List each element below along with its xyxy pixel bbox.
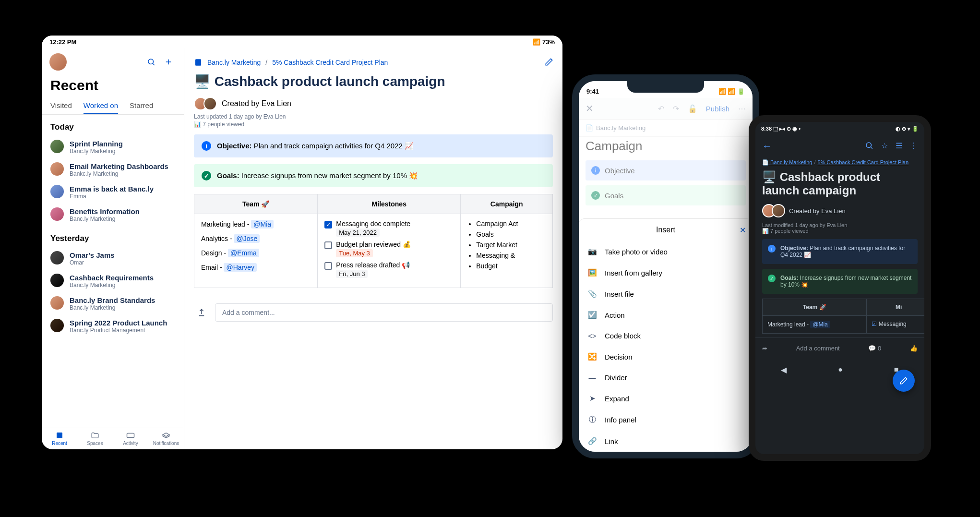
list-item[interactable]: Cashback RequirementsBanc.ly Marketing: [42, 270, 184, 292]
item-avatar: [50, 140, 64, 153]
item-title: Spring 2022 Product Launch: [70, 319, 167, 327]
viewed-meta: 📊 7 people viewed: [194, 121, 553, 128]
bottom-nav: Recent Spaces Activity Notifications: [42, 428, 184, 449]
mention[interactable]: @Mia: [251, 220, 274, 228]
milestone-item[interactable]: Press release drafted 📢Fri, Jun 3: [324, 261, 454, 278]
checkbox-icon[interactable]: [324, 262, 332, 270]
list-item[interactable]: Banc.ly Brand StandardsBanc.ly Marketing: [42, 292, 184, 315]
insert-option[interactable]: 🖼️Insert from gallery: [579, 262, 753, 283]
mention[interactable]: @Emma: [228, 249, 259, 257]
checkbox-icon[interactable]: ✓: [324, 221, 332, 228]
milestone-item[interactable]: ✓Messaging doc completeMay 21, 2022: [324, 220, 454, 237]
updated-meta: Last updated 1 day ago by Eva Lien: [194, 113, 553, 120]
team-cell: Marketing lead - @Mia: [763, 316, 867, 334]
editor-title[interactable]: Campaign: [579, 137, 753, 160]
insert-option[interactable]: 📷Take photo or video: [579, 241, 753, 262]
breadcrumb[interactable]: 📄 Banc.ly Marketing/5% Cashback Credit C…: [755, 156, 924, 168]
checkbox-icon[interactable]: [324, 241, 332, 249]
sidebar-tabs: Visited Worked on Starred: [42, 97, 184, 115]
item-title: Email Marketing Dashboards: [70, 162, 168, 170]
publish-button[interactable]: Publish: [706, 105, 729, 113]
list-item[interactable]: Email Marketing DashboardsBankc.ly Marke…: [42, 158, 184, 181]
th-milestones: Mi: [867, 299, 931, 316]
insert-option[interactable]: ➤Expand: [579, 388, 753, 409]
nav-home[interactable]: ●: [838, 365, 843, 374]
page-authors: Created by Eva Lien: [194, 97, 553, 110]
insert-option[interactable]: 🔀Decision: [579, 346, 753, 367]
edit-icon[interactable]: [541, 54, 557, 70]
item-avatar: [50, 274, 64, 287]
phone-ios: 9:41📶 📶 🔋 ✕ ↶ ↷ 🔓 Publish ⋯ 📄 Banc.ly Ma…: [572, 74, 759, 458]
objective-panel: iObjective: [586, 160, 746, 180]
breadcrumb-page[interactable]: 5% Cashback Credit Card Project Plan: [272, 59, 388, 66]
lock-icon[interactable]: 🔓: [688, 104, 697, 113]
mention[interactable]: @Jose: [234, 234, 260, 243]
add-icon[interactable]: [161, 54, 176, 70]
list-item[interactable]: Omar's JamsOmar: [42, 247, 184, 270]
insert-option[interactable]: 🔗Link: [579, 431, 753, 452]
share-icon[interactable]: ➦: [762, 345, 767, 352]
insert-option[interactable]: <>Code block: [579, 325, 753, 346]
nav-recent[interactable]: Recent: [42, 431, 77, 446]
tab-visited[interactable]: Visited: [50, 97, 72, 114]
th-team: Team 🚀: [194, 194, 318, 214]
like-icon[interactable]: 👍: [910, 345, 918, 352]
nav-notifications[interactable]: Notifications: [148, 431, 184, 446]
mention[interactable]: @Harvey: [224, 263, 257, 272]
list-item[interactable]: Sprint PlanningBanc.ly Marketing: [42, 136, 184, 158]
insert-sheet: Insert✕ 📷Take photo or video🖼️Insert fro…: [579, 218, 753, 452]
recent-list: TodaySprint PlanningBanc.ly MarketingEma…: [42, 115, 184, 428]
list-item[interactable]: Benefits InformationBanc.ly Marketing: [42, 204, 184, 226]
search-icon[interactable]: [143, 54, 159, 70]
phone-android: 8:38 ⬚ ▸◂ ⊙ ◉ •◐ ⊖ ▾ 🔋 ← ☆ ☰ ⋮ 📄 Banc.ly…: [749, 115, 931, 461]
milestone-item[interactable]: Budget plan reviewed 💰Tue, May 3: [324, 240, 454, 257]
share-icon[interactable]: [194, 305, 209, 320]
team-cell: Marketing lead - @MiaAnalytics - @JoseDe…: [194, 214, 318, 288]
tablet-statusbar: 12:22 PM 📶 73%: [42, 36, 562, 48]
back-icon[interactable]: ←: [762, 141, 772, 152]
redo-icon[interactable]: ↷: [673, 104, 679, 113]
search-icon[interactable]: [865, 141, 873, 152]
sidebar: Recent Visited Worked on Starred TodaySp…: [42, 48, 184, 449]
comment-input[interactable]: Add a comment...: [215, 303, 553, 322]
breadcrumb: Banc.ly Marketing / 5% Cashback Credit C…: [194, 58, 553, 67]
author-avatar: [203, 97, 217, 110]
page-main: Banc.ly Marketing / 5% Cashback Credit C…: [184, 48, 562, 449]
comment-input[interactable]: Add a comment: [796, 345, 840, 352]
item-subtitle: Banc.ly Product Management: [70, 327, 167, 334]
nav-spaces[interactable]: Spaces: [77, 431, 113, 446]
list-item[interactable]: Emma is back at Banc.lyEmma: [42, 181, 184, 204]
insert-option[interactable]: ⓘInfo panel: [579, 409, 753, 431]
nav-back[interactable]: ◀: [781, 365, 787, 374]
close-icon[interactable]: ✕: [586, 103, 594, 114]
item-subtitle: Bankc.ly Marketing: [70, 170, 168, 177]
breadcrumb-space[interactable]: Banc.ly Marketing: [207, 59, 261, 66]
item-title: Benefits Information: [70, 207, 140, 216]
th-milestones: Milestones: [318, 194, 461, 214]
item-avatar: [50, 185, 64, 198]
goals-panel: ✓Goals: Increase signups from new market…: [194, 164, 553, 187]
campaign-item: Target Market: [476, 241, 546, 249]
section-header: Yesterday: [42, 226, 184, 247]
editor-breadcrumb[interactable]: 📄 Banc.ly Marketing: [579, 120, 753, 137]
insert-option[interactable]: ☑️Action: [579, 304, 753, 325]
tab-starred[interactable]: Starred: [130, 97, 153, 114]
star-icon[interactable]: ☆: [881, 141, 888, 152]
user-avatar[interactable]: [49, 53, 67, 71]
page-title: 🖥️ Cashback product launch campaign: [194, 73, 553, 89]
more-icon[interactable]: ⋮: [910, 141, 918, 152]
tab-worked-on[interactable]: Worked on: [84, 97, 118, 114]
item-avatar: [50, 162, 64, 176]
edit-fab[interactable]: [893, 370, 915, 392]
modified-meta: Last modified 1 day ago by Eva Lien: [755, 222, 924, 228]
sheet-close-icon[interactable]: ✕: [740, 226, 746, 235]
svg-rect-2: [127, 433, 134, 438]
insert-option[interactable]: 📎Insert file: [579, 283, 753, 304]
list-icon[interactable]: ☰: [896, 141, 902, 152]
nav-activity[interactable]: Activity: [113, 431, 148, 446]
undo-icon[interactable]: ↶: [658, 104, 664, 113]
insert-option[interactable]: —Divider: [579, 367, 753, 388]
more-icon[interactable]: ⋯: [738, 104, 746, 113]
option-label: Insert from gallery: [605, 269, 662, 277]
list-item[interactable]: Spring 2022 Product LaunchBanc.ly Produc…: [42, 315, 184, 337]
